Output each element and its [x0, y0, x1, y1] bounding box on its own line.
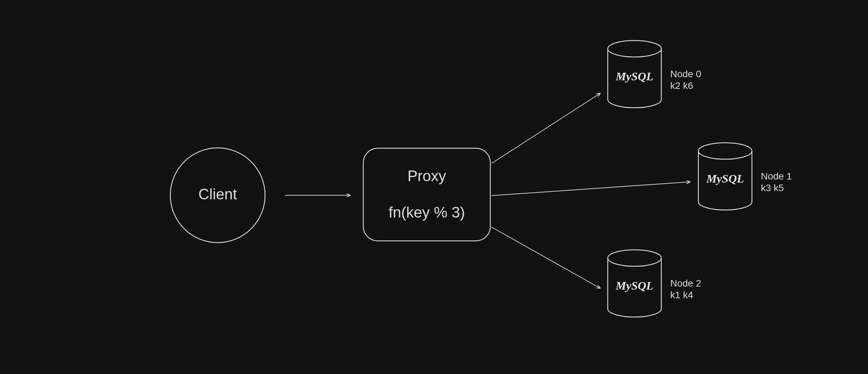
db-engine-label-1: MySQL — [706, 172, 744, 185]
proxy-fn: fn(key % 3) — [389, 204, 465, 221]
arrow-proxy-node2 — [492, 227, 600, 288]
node2-keys: k1 k4 — [670, 290, 693, 300]
proxy-title: Proxy — [408, 167, 446, 184]
svg-point-2 — [608, 250, 661, 266]
arrow-proxy-node0 — [492, 93, 600, 163]
arrow-proxy-node1 — [492, 182, 690, 196]
node1-name: Node 1 — [761, 171, 792, 182]
proxy-node — [363, 148, 490, 241]
svg-point-1 — [698, 143, 752, 159]
node0-keys: k2 k6 — [670, 80, 693, 91]
node1-keys: k3 k5 — [761, 183, 784, 193]
sharding-diagram: Client Proxy fn(key % 3) MySQL Node 0 k2… — [0, 0, 868, 374]
svg-point-0 — [608, 40, 661, 57]
db-engine-label-0: MySQL — [615, 70, 653, 83]
client-label: Client — [198, 186, 237, 202]
node0-name: Node 0 — [670, 69, 701, 79]
db-node-0: MySQL — [608, 40, 661, 108]
node2-name: Node 2 — [670, 278, 701, 289]
db-engine-label-2: MySQL — [615, 279, 653, 292]
db-node-1: MySQL — [698, 143, 752, 210]
db-node-2: MySQL — [608, 250, 661, 317]
